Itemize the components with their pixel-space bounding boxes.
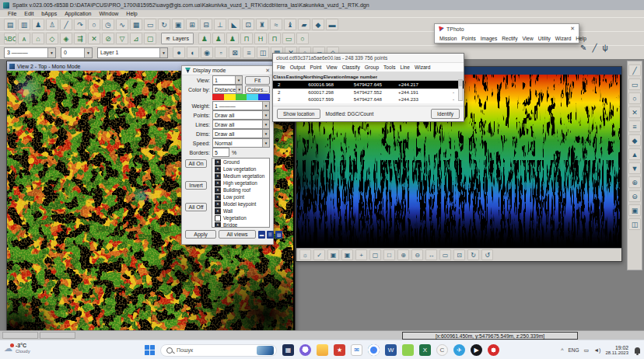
red-app-icon[interactable]: ★ [334, 344, 345, 356]
telegram-icon[interactable]: ✈ [453, 344, 465, 356]
pen-tool-icon[interactable]: ✎ [580, 44, 586, 52]
toolbar-icon[interactable]: ⊞ [186, 19, 198, 30]
class-checkbox[interactable]: ✕ [215, 222, 221, 228]
toolbar-icon[interactable]: ▣ [172, 19, 184, 30]
toolbar-icon[interactable]: ⇶ [74, 33, 86, 44]
menu-item[interactable]: Tools [383, 64, 395, 70]
toolbar-icon[interactable]: ▥ [18, 19, 30, 30]
class-checkbox[interactable] [215, 215, 221, 221]
toolbar-icon[interactable]: ▲ [628, 148, 641, 160]
toolbar-icon[interactable]: ◫ [628, 218, 641, 230]
toolbar-icon[interactable]: ABC [4, 33, 16, 44]
class-checkbox[interactable]: ✕ [215, 159, 221, 166]
toolbar-icon[interactable]: ◐ [187, 47, 199, 58]
menu-item[interactable]: Wizard [415, 64, 431, 70]
table-scrollbar[interactable] [458, 79, 463, 101]
menu-item[interactable]: Utility [538, 36, 551, 41]
toolbar-icon[interactable]: ⊡ [242, 19, 254, 30]
close-icon[interactable]: ✕ [570, 26, 575, 32]
column-header[interactable]: Elevation [324, 74, 345, 79]
chrome-icon[interactable] [368, 344, 380, 356]
menu-item[interactable]: Rectify [502, 36, 517, 41]
toolbar-icon[interactable]: ↻ [158, 19, 170, 30]
class-row[interactable]: ✕ Building roof [212, 186, 269, 193]
class-row[interactable]: ✕ Medium vegetation [212, 173, 269, 180]
center-view-icon[interactable]: ⊡ [453, 249, 465, 260]
class-checkbox[interactable]: ✕ [215, 173, 221, 180]
toolbar-icon[interactable]: ▬ [326, 19, 338, 30]
invert-button[interactable]: Invert [185, 181, 207, 190]
toolbar-icon[interactable]: H [254, 33, 267, 44]
app-titlebar[interactable]: Spatix v.023.005-r8538 D:\DATA\PCUS\PRO_… [0, 0, 644, 10]
green-app-icon[interactable] [402, 344, 414, 356]
toolbar-icon[interactable]: ♟ [212, 33, 225, 44]
menu-item[interactable]: File [277, 64, 285, 70]
toolbar-icon[interactable]: ◷ [102, 19, 114, 30]
speaker-icon[interactable]: ◄) [593, 347, 600, 353]
toolbar-icon[interactable]: ▢ [144, 33, 156, 44]
layers-button[interactable]: ≋ Layers [161, 33, 194, 44]
all-on-button[interactable]: All On [185, 159, 207, 168]
toolbar-icon[interactable]: ▣ [628, 204, 641, 216]
toolbar-icon[interactable]: ▰ [298, 19, 310, 30]
excel-icon[interactable]: X [419, 344, 431, 356]
circle-app-icon[interactable]: C [436, 344, 448, 356]
window-area-icon[interactable]: ▭ [439, 249, 451, 260]
toolbar-icon[interactable]: ♙ [46, 19, 58, 30]
speed-select[interactable]: Normal ▼ [212, 138, 270, 148]
toolbar-icon[interactable]: ✕ [628, 106, 641, 118]
menu-item[interactable]: Edit [21, 11, 37, 16]
toolbar-icon[interactable]: ╱ [628, 64, 641, 76]
menu-item[interactable]: bApps [38, 11, 60, 16]
close-icon[interactable]: ✕ [265, 68, 270, 74]
toolbar-icon[interactable]: ≡ [243, 47, 255, 58]
borders-input[interactable]: 5 [212, 148, 229, 157]
tphoto-titlebar[interactable]: TPhoto ✕ [435, 24, 579, 33]
class-row[interactable]: ✕ Ground [212, 159, 269, 166]
apply-pointer-icon[interactable]: ✓ [313, 249, 325, 260]
view-select[interactable]: 1 ▼ [212, 75, 243, 85]
redo-view-icon[interactable]: ↻ [467, 249, 479, 260]
menu-item[interactable]: Line [400, 64, 409, 70]
table-row[interactable]: 2 600016.968 5479427.645 +244.217 [273, 81, 464, 89]
toolbar-icon[interactable]: ◆ [628, 134, 641, 146]
fit-view-icon[interactable]: ▢ [369, 249, 381, 260]
start-button[interactable] [145, 345, 155, 355]
view-mode-icon[interactable]: ▤ [275, 231, 282, 239]
record-app-icon[interactable] [488, 344, 499, 356]
table-row[interactable]: 2 600017.298 5479427.552 +244.191 - [273, 89, 464, 96]
toolbar-icon[interactable]: ▭ [282, 33, 295, 44]
show-location-button[interactable]: Show location [277, 109, 320, 119]
toolbar-icon[interactable]: ⊕ [628, 176, 641, 188]
identify-button[interactable]: Identify [431, 109, 460, 119]
menu-item[interactable]: Help [123, 11, 140, 16]
menu-item[interactable]: Output [290, 64, 306, 70]
view-mode-icon[interactable]: ☰ [267, 231, 274, 239]
lines-select[interactable]: Draw all ▼ [212, 120, 270, 129]
menu-item[interactable]: Classify [342, 64, 360, 70]
toolbar-icon[interactable]: ▭ [628, 78, 641, 90]
toolbar-icon[interactable]: ◉ [201, 47, 213, 58]
class-row[interactable]: ✕ Bridge [212, 221, 269, 228]
toolbar-icon[interactable]: ≡ [628, 120, 641, 132]
toolbar-icon[interactable]: ᴀ [18, 33, 30, 44]
toolbar-icon[interactable]: ⊠ [229, 47, 241, 58]
fit-button[interactable]: Fit [245, 76, 270, 85]
toolbar-icon[interactable]: ♝ [284, 19, 296, 30]
undo-view-icon[interactable]: ↺ [481, 249, 493, 260]
menu-item[interactable]: Help [576, 36, 586, 41]
pen-tool-icon[interactable]: ψ [602, 44, 607, 52]
toolbar-icon[interactable]: ↷ [74, 19, 86, 30]
level-combo[interactable]: 0 ▼ [61, 47, 93, 58]
toolbar-icon[interactable]: ✕ [88, 33, 100, 44]
pen-tool-icon[interactable]: ╱ [592, 44, 597, 52]
menu-item[interactable]: Point [310, 64, 321, 70]
toolbar-icon[interactable]: ♜ [256, 19, 268, 30]
weight-select[interactable]: 1 ——— ▼ [212, 101, 270, 110]
column-header[interactable]: Image number [345, 74, 377, 79]
display-cast-icon[interactable]: ▭ [584, 347, 590, 354]
toolbar-icon[interactable]: ● [173, 47, 185, 58]
media-player-icon[interactable]: ▶ [471, 344, 482, 356]
toolbar-icon[interactable]: ◣ [228, 19, 240, 30]
menu-item[interactable]: Group [365, 64, 379, 70]
